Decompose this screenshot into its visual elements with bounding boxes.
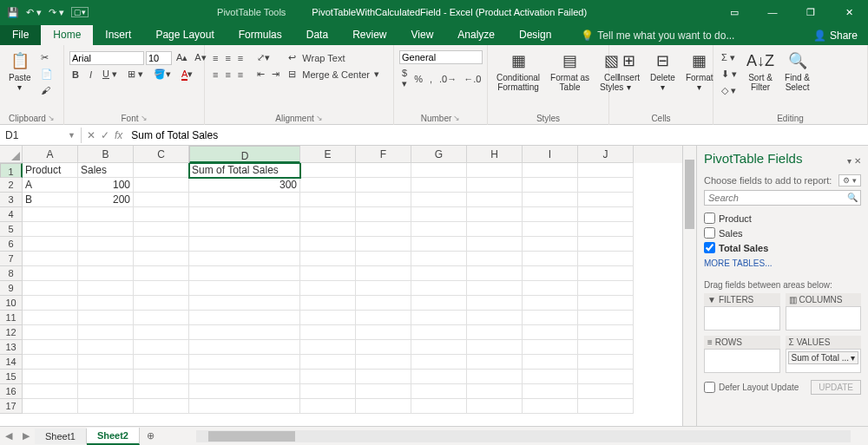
cell-D16[interactable] bbox=[189, 384, 300, 399]
cell-G15[interactable] bbox=[411, 370, 467, 384]
align-middle-icon[interactable]: ≡ bbox=[222, 51, 233, 65]
field-product[interactable]: Product bbox=[704, 211, 861, 226]
minimize-icon[interactable]: — bbox=[753, 0, 792, 24]
row-header-7[interactable]: 7 bbox=[0, 252, 23, 266]
cell-A15[interactable] bbox=[23, 370, 78, 384]
font-size-input[interactable] bbox=[146, 51, 172, 65]
maximize-icon[interactable]: ❐ bbox=[792, 0, 830, 24]
cell-B8[interactable] bbox=[78, 266, 134, 281]
cell-H5[interactable] bbox=[467, 222, 523, 237]
cell-B16[interactable] bbox=[78, 384, 134, 399]
cell-J13[interactable] bbox=[578, 340, 634, 355]
tab-file[interactable]: File bbox=[0, 25, 41, 45]
tab-insert[interactable]: Insert bbox=[93, 25, 143, 45]
defer-update-checkbox[interactable] bbox=[704, 382, 715, 393]
field-checkbox[interactable] bbox=[704, 242, 715, 253]
cell-D4[interactable] bbox=[189, 207, 300, 222]
align-left-icon[interactable]: ≡ bbox=[210, 68, 220, 82]
cell-G6[interactable] bbox=[411, 237, 467, 252]
cell-C1[interactable] bbox=[134, 163, 189, 178]
col-header-F[interactable]: F bbox=[356, 146, 411, 163]
insert-cells-button[interactable]: ⊞Insert▾ bbox=[615, 47, 643, 94]
cell-B3[interactable]: 200 bbox=[78, 193, 134, 207]
tab-nav-prev-icon[interactable]: ◀ bbox=[0, 430, 17, 442]
cell-F12[interactable] bbox=[356, 325, 411, 340]
merge-center-button[interactable]: ⊟ Merge & Center ▾ bbox=[286, 67, 382, 82]
cell-C13[interactable] bbox=[134, 340, 189, 355]
undo-icon[interactable]: ↶ ▾ bbox=[26, 7, 42, 18]
tab-formulas[interactable]: Formulas bbox=[227, 25, 294, 45]
cell-F9[interactable] bbox=[356, 281, 411, 296]
cell-E5[interactable] bbox=[300, 222, 356, 237]
cell-C15[interactable] bbox=[134, 370, 189, 384]
cell-A2[interactable]: A bbox=[23, 178, 78, 193]
grow-font-icon[interactable]: A▴ bbox=[174, 50, 190, 65]
cell-E4[interactable] bbox=[300, 207, 356, 222]
border-icon[interactable]: ⊞ ▾ bbox=[125, 67, 146, 82]
save-icon[interactable]: 💾 bbox=[7, 7, 19, 18]
cell-D5[interactable] bbox=[189, 222, 300, 237]
cell-G12[interactable] bbox=[411, 325, 467, 340]
cell-B4[interactable] bbox=[78, 207, 134, 222]
row-header-15[interactable]: 15 bbox=[0, 370, 23, 384]
field-checkbox[interactable] bbox=[704, 227, 715, 239]
row-header-5[interactable]: 5 bbox=[0, 222, 23, 237]
sheet-tab-2[interactable]: Sheet2 bbox=[87, 428, 140, 445]
values-drop-area[interactable]: Sum of Total ...▾ bbox=[786, 349, 862, 373]
cell-E12[interactable] bbox=[300, 325, 356, 340]
cell-B10[interactable] bbox=[78, 296, 134, 311]
cell-G16[interactable] bbox=[411, 384, 467, 399]
cell-G14[interactable] bbox=[411, 355, 467, 370]
cell-H2[interactable] bbox=[467, 178, 523, 193]
font-name-input[interactable] bbox=[69, 51, 144, 65]
cell-B17[interactable] bbox=[78, 399, 134, 414]
cell-C8[interactable] bbox=[134, 266, 189, 281]
cell-G13[interactable] bbox=[411, 340, 467, 355]
row-header-10[interactable]: 10 bbox=[0, 296, 23, 311]
cell-J5[interactable] bbox=[578, 222, 634, 237]
cell-I12[interactable] bbox=[523, 325, 578, 340]
cell-J3[interactable] bbox=[578, 193, 634, 207]
cell-E11[interactable] bbox=[300, 311, 356, 325]
new-sheet-icon[interactable]: ⊕ bbox=[140, 430, 161, 442]
cell-C16[interactable] bbox=[134, 384, 189, 399]
cell-J16[interactable] bbox=[578, 384, 634, 399]
cell-G8[interactable] bbox=[411, 266, 467, 281]
cell-F7[interactable] bbox=[356, 252, 411, 266]
sort-filter-button[interactable]: A↓ZSort & Filter bbox=[743, 47, 778, 94]
cell-C5[interactable] bbox=[134, 222, 189, 237]
row-header-16[interactable]: 16 bbox=[0, 384, 23, 399]
cell-E1[interactable] bbox=[300, 163, 356, 178]
cell-D3[interactable] bbox=[189, 193, 300, 207]
cell-A8[interactable] bbox=[23, 266, 78, 281]
currency-icon[interactable]: $ ▾ bbox=[399, 66, 410, 91]
cell-A11[interactable] bbox=[23, 311, 78, 325]
pane-tools-icon[interactable]: ⚙ ▾ bbox=[838, 174, 861, 187]
cell-H10[interactable] bbox=[467, 296, 523, 311]
cell-A3[interactable]: B bbox=[23, 193, 78, 207]
format-cells-button[interactable]: ▦Format▾ bbox=[682, 47, 717, 94]
col-header-G[interactable]: G bbox=[411, 146, 467, 163]
pane-dropdown-icon[interactable]: ▾ bbox=[847, 156, 852, 166]
cell-B14[interactable] bbox=[78, 355, 134, 370]
tab-data[interactable]: Data bbox=[294, 25, 340, 45]
font-color-icon[interactable]: A▾ bbox=[179, 67, 195, 82]
cell-F8[interactable] bbox=[356, 266, 411, 281]
number-launcher-icon[interactable]: ↘ bbox=[453, 114, 460, 122]
values-item[interactable]: Sum of Total ...▾ bbox=[788, 351, 859, 364]
cell-G1[interactable] bbox=[411, 163, 467, 178]
cell-J4[interactable] bbox=[578, 207, 634, 222]
cell-I1[interactable] bbox=[523, 163, 578, 178]
cell-A4[interactable] bbox=[23, 207, 78, 222]
cell-D12[interactable] bbox=[189, 325, 300, 340]
cell-E10[interactable] bbox=[300, 296, 356, 311]
cell-H8[interactable] bbox=[467, 266, 523, 281]
col-header-E[interactable]: E bbox=[300, 146, 356, 163]
cancel-formula-icon[interactable]: ✕ bbox=[87, 129, 95, 141]
italic-button[interactable]: I bbox=[87, 68, 95, 82]
cell-D6[interactable] bbox=[189, 237, 300, 252]
redo-icon[interactable]: ↷ ▾ bbox=[49, 7, 64, 18]
comma-icon[interactable]: , bbox=[427, 72, 435, 86]
align-center-icon[interactable]: ≡ bbox=[222, 68, 233, 82]
row-header-13[interactable]: 13 bbox=[0, 340, 23, 355]
